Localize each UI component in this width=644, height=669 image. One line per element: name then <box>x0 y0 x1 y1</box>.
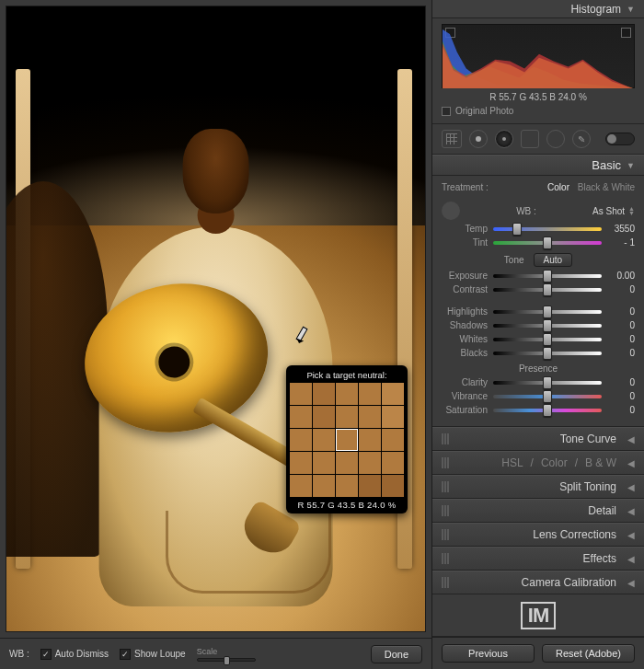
brush-tool-icon[interactable]: ✎ <box>572 130 591 148</box>
shadows-value[interactable]: 0 <box>607 320 635 330</box>
original-photo-label: Original Photo <box>455 106 513 116</box>
updown-icon: ▲▼ <box>628 206 635 215</box>
vibrance-value[interactable]: 0 <box>607 391 635 401</box>
chevron-left-icon: ◀ <box>627 482 635 492</box>
local-adjust-toolstrip: ✎ <box>432 124 644 155</box>
panel-detail[interactable]: Detail◀ <box>432 499 644 523</box>
contrast-slider[interactable] <box>493 285 602 294</box>
highlights-slider[interactable] <box>493 307 602 317</box>
crop-tool-icon[interactable] <box>442 130 462 148</box>
photo-rendering <box>6 6 425 631</box>
panel-switch[interactable] <box>605 133 635 145</box>
basic-panel: Treatment : Color Black & White WB : As … <box>432 176 644 427</box>
exposure-value[interactable]: 0.00 <box>607 271 635 281</box>
reset-button[interactable]: Reset (Adobe) <box>542 644 635 663</box>
histogram-chart[interactable] <box>442 24 635 88</box>
panel-hsl[interactable]: HSL/Color/B & W◀ <box>432 451 644 475</box>
histogram-panel: R 55.7 G 43.5 B 24.0 % Original Photo <box>432 18 644 124</box>
treatment-color[interactable]: Color <box>547 182 569 192</box>
blacks-value[interactable]: 0 <box>607 348 635 358</box>
whites-slider[interactable] <box>493 335 602 344</box>
develop-right-panel: Histogram ▼ R 55.7 G 43.5 B 24.0 % Origi… <box>432 0 644 669</box>
blacks-slider[interactable] <box>493 349 602 358</box>
highlights-label: Highlights <box>442 306 488 317</box>
exposure-label: Exposure <box>442 271 488 281</box>
panel-camera-calibration[interactable]: Camera Calibration◀ <box>432 571 644 594</box>
redeye-tool-icon[interactable] <box>495 130 513 148</box>
wb-toolbar: WB : ✓ Auto Dismiss ✓ Show Loupe Scale D… <box>0 638 431 669</box>
right-bottom-bar: Previous Reset (Adobe) <box>432 637 644 669</box>
panel-tone-curve[interactable]: Tone Curve◀ <box>432 427 644 451</box>
contrast-value[interactable]: 0 <box>607 284 635 294</box>
shadows-label: Shadows <box>442 320 488 330</box>
temp-slider[interactable] <box>493 225 602 234</box>
contrast-label: Contrast <box>442 284 488 294</box>
auto-tone-button[interactable]: Auto <box>534 253 573 267</box>
chevron-left-icon: ◀ <box>627 506 635 516</box>
wb-label: WB : <box>9 649 29 659</box>
check-icon: ✓ <box>120 649 131 660</box>
basic-title: Basic <box>592 158 621 172</box>
previous-button[interactable]: Previous <box>442 644 535 663</box>
show-loupe-label: Show Loupe <box>134 649 186 659</box>
histogram-svg <box>443 25 634 88</box>
wb-picker-icon[interactable] <box>442 202 460 220</box>
treatment-label: Treatment : <box>442 182 489 192</box>
auto-dismiss-checkbox[interactable]: ✓ Auto Dismiss <box>40 649 109 660</box>
chevron-left-icon: ◀ <box>627 530 635 540</box>
presence-heading: Presence <box>442 363 635 374</box>
clarity-slider[interactable] <box>493 378 602 387</box>
vibrance-label: Vibrance <box>442 391 488 401</box>
exposure-slider[interactable] <box>493 271 602 281</box>
chevron-down-icon: ▼ <box>627 161 635 170</box>
clarity-label: Clarity <box>442 377 488 387</box>
vibrance-slider[interactable] <box>493 392 602 401</box>
tint-slider[interactable] <box>493 238 602 248</box>
chevron-left-icon: ◀ <box>627 434 635 444</box>
histogram-rgb-readout: R 55.7 G 43.5 B 24.0 % <box>442 88 635 104</box>
show-loupe-checkbox[interactable]: ✓ Show Loupe <box>120 649 186 660</box>
scale-label: Scale <box>197 647 256 656</box>
radial-filter-icon[interactable] <box>546 130 565 148</box>
done-button[interactable]: Done <box>371 645 422 663</box>
panel-split-toning[interactable]: Split Toning◀ <box>432 475 644 499</box>
spot-tool-icon[interactable] <box>469 130 488 148</box>
histogram-header[interactable]: Histogram ▼ <box>432 0 644 18</box>
panel-lens-corrections[interactable]: Lens Corrections◀ <box>432 523 644 547</box>
treatment-row: Treatment : Color Black & White <box>442 180 635 198</box>
chevron-left-icon: ◀ <box>627 578 635 588</box>
saturation-slider[interactable] <box>493 406 602 415</box>
app-root: Pick a target neutral: R 55.7 G 43.5 B 2… <box>0 0 644 669</box>
develop-canvas-pane: Pick a target neutral: R 55.7 G 43.5 B 2… <box>0 0 432 669</box>
wb-preset-select[interactable]: As Shot ▲▼ <box>592 206 635 216</box>
wb-loupe-popover: Pick a target neutral: R 55.7 G 43.5 B 2… <box>286 365 408 513</box>
panel-effects[interactable]: Effects◀ <box>432 547 644 571</box>
watermark-logo: IM <box>521 602 556 629</box>
graduated-filter-icon[interactable] <box>521 130 539 148</box>
wb-loupe-readout: R 55.7 G 43.5 B 24.0 % <box>290 497 404 510</box>
saturation-value[interactable]: 0 <box>607 405 635 415</box>
highlights-value[interactable]: 0 <box>607 306 635 317</box>
check-icon: ✓ <box>40 649 52 660</box>
original-photo-toggle[interactable]: Original Photo <box>442 104 635 121</box>
photo-canvas[interactable]: Pick a target neutral: R 55.7 G 43.5 B 2… <box>6 6 426 632</box>
clarity-value[interactable]: 0 <box>607 377 635 387</box>
chevron-down-icon: ▼ <box>627 5 635 14</box>
auto-dismiss-label: Auto Dismiss <box>55 649 109 659</box>
treatment-bw[interactable]: Black & White <box>578 182 635 192</box>
square-icon <box>442 107 451 116</box>
whites-label: Whites <box>442 334 488 344</box>
saturation-label: Saturation <box>442 405 488 415</box>
chevron-left-icon: ◀ <box>627 458 635 468</box>
scale-slider[interactable] <box>197 658 256 662</box>
whites-value[interactable]: 0 <box>607 334 635 344</box>
basic-header[interactable]: Basic ▼ <box>432 155 644 176</box>
wb-row-label: WB : <box>466 206 587 216</box>
histogram-title: Histogram <box>570 3 621 16</box>
watermark-area: IM <box>432 594 644 637</box>
wb-loupe-title: Pick a target neutral: <box>290 369 404 383</box>
temp-value[interactable]: 3550 <box>607 224 635 234</box>
shadows-slider[interactable] <box>493 321 602 330</box>
tint-label: Tint <box>442 237 488 248</box>
tint-value[interactable]: - 1 <box>607 237 635 248</box>
